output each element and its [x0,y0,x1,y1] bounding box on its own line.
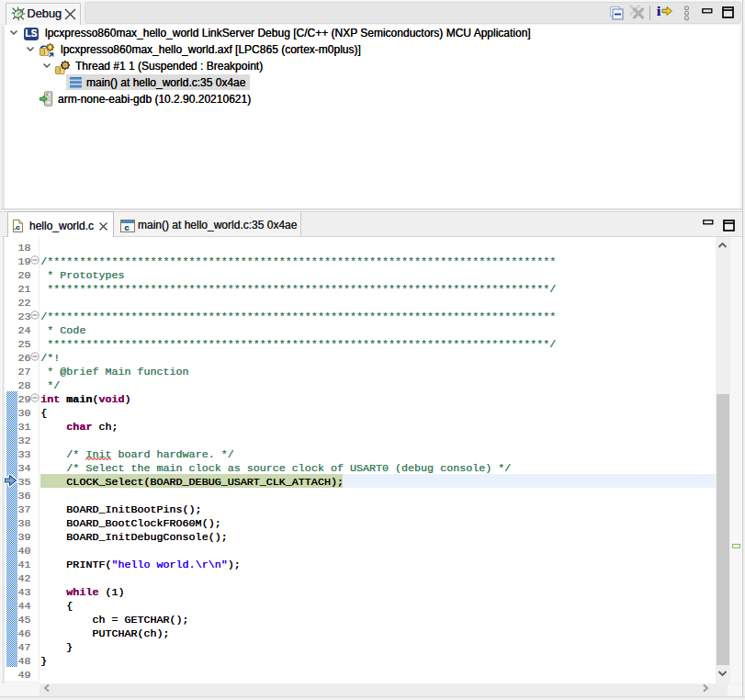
svg-text:c: c [125,223,130,232]
svg-text:.c: .c [14,223,20,231]
svg-text:i: i [657,4,660,18]
